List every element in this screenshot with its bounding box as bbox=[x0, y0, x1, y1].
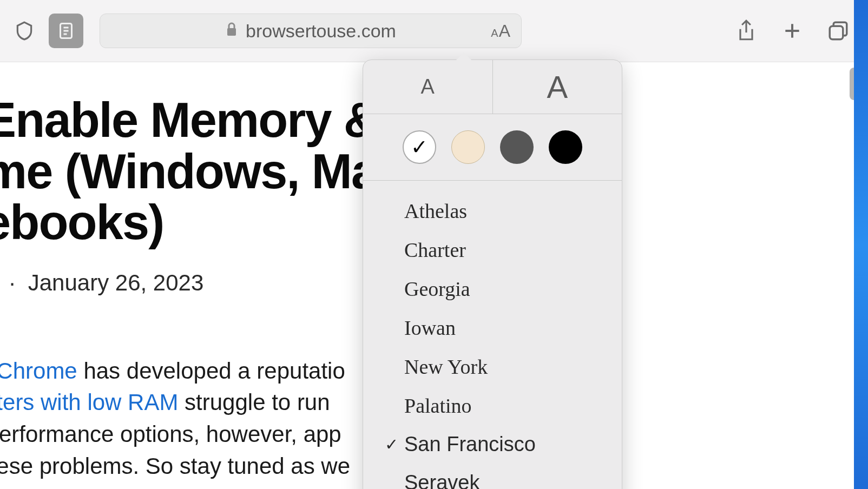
decrease-text-size-button[interactable]: A bbox=[363, 60, 493, 114]
font-label: Iowan bbox=[404, 316, 456, 340]
font-option-georgia[interactable]: Georgia bbox=[363, 269, 622, 308]
checkmark-icon: ✓ bbox=[385, 435, 404, 454]
toolbar-right-group bbox=[733, 17, 857, 44]
font-label: New York bbox=[404, 355, 488, 379]
theme-black[interactable] bbox=[549, 130, 582, 164]
url-text: browsertouse.com bbox=[246, 21, 396, 42]
font-label: San Francisco bbox=[404, 433, 536, 456]
text-size-row: A A bbox=[363, 60, 622, 114]
svg-rect-4 bbox=[227, 28, 236, 36]
lock-icon bbox=[225, 22, 238, 40]
privacy-shield-icon[interactable] bbox=[11, 17, 38, 44]
theme-sepia[interactable] bbox=[451, 130, 485, 164]
font-label: Seravek bbox=[404, 471, 479, 489]
font-label: Palatino bbox=[404, 394, 472, 418]
chrome-link[interactable]: Chrome bbox=[0, 358, 77, 384]
address-bar[interactable]: browsertouse.com AA bbox=[100, 14, 522, 48]
reader-appearance-button[interactable]: AA bbox=[491, 21, 510, 41]
small-a-glyph: A bbox=[491, 27, 498, 39]
low-ram-link[interactable]: uters with low RAM bbox=[0, 389, 178, 415]
browser-toolbar: browsertouse.com AA bbox=[0, 0, 868, 62]
share-icon[interactable] bbox=[733, 17, 760, 44]
font-label: Athelas bbox=[404, 199, 467, 223]
increase-text-size-button[interactable]: A bbox=[493, 60, 622, 114]
large-a-glyph: A bbox=[499, 21, 510, 41]
font-option-san-francisco[interactable]: ✓San Francisco bbox=[363, 425, 622, 464]
font-label: Georgia bbox=[404, 277, 470, 301]
reader-appearance-popover: A A ✓ AthelasCharterGeorgiaIowanNew York… bbox=[363, 60, 622, 489]
theme-white[interactable]: ✓ bbox=[403, 130, 436, 164]
font-list: AthelasCharterGeorgiaIowanNew YorkPalati… bbox=[363, 181, 622, 489]
new-tab-icon[interactable] bbox=[779, 17, 806, 44]
tabs-overview-icon[interactable] bbox=[825, 17, 852, 44]
article-date: January 26, 2023 bbox=[28, 270, 204, 295]
theme-gray[interactable] bbox=[500, 130, 534, 164]
font-label: Charter bbox=[404, 238, 466, 262]
font-option-palatino[interactable]: Palatino bbox=[363, 386, 622, 425]
font-option-charter[interactable]: Charter bbox=[363, 230, 622, 269]
small-a-icon: A bbox=[421, 75, 435, 98]
desktop-edge bbox=[854, 0, 868, 489]
svg-rect-7 bbox=[830, 26, 843, 39]
font-option-new-york[interactable]: New York bbox=[363, 347, 622, 386]
font-option-athelas[interactable]: Athelas bbox=[363, 191, 622, 230]
theme-row: ✓ bbox=[363, 114, 622, 181]
large-a-icon: A bbox=[547, 69, 568, 105]
font-option-seravek[interactable]: Seravek bbox=[363, 464, 622, 489]
font-option-iowan[interactable]: Iowan bbox=[363, 308, 622, 347]
reader-mode-icon[interactable] bbox=[49, 14, 83, 48]
